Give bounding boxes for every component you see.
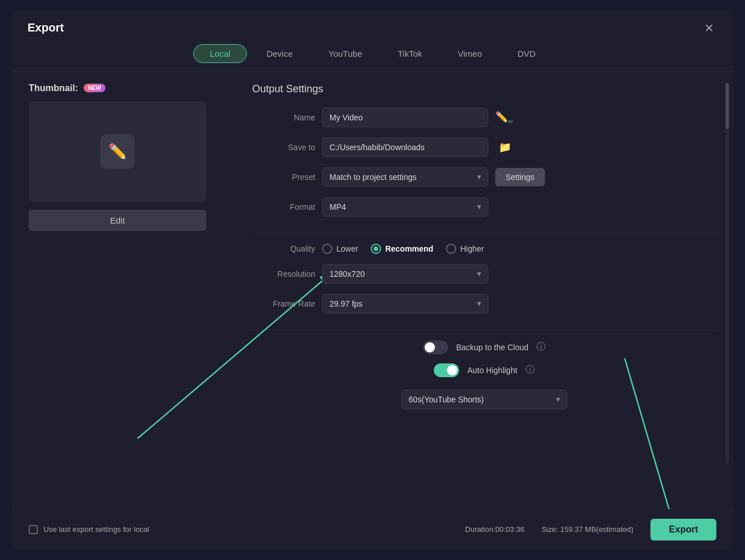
- quality-recommend-radio[interactable]: [371, 244, 381, 254]
- export-dialog: Export ✕ Local Device YouTube TikTok Vim…: [11, 11, 734, 550]
- save-to-label: Save to: [252, 143, 315, 152]
- tab-tiktok[interactable]: TikTok: [382, 44, 438, 63]
- auto-highlight-toggle[interactable]: [434, 363, 459, 377]
- footer-left: Use last export settings for local: [29, 525, 149, 534]
- quality-recommend-option[interactable]: Recommend: [371, 244, 433, 254]
- preset-select-wrapper: Match to project settings ▼: [322, 167, 488, 187]
- name-row: Name ✏️AI: [252, 108, 716, 127]
- output-settings-title: Output Settings: [252, 83, 716, 95]
- format-select[interactable]: MP4: [322, 197, 488, 217]
- resolution-label: Resolution: [252, 269, 315, 279]
- frame-rate-select[interactable]: 29.97 fps: [322, 294, 488, 314]
- format-select-wrapper: MP4 ▼: [322, 197, 488, 217]
- title-bar: Export ✕: [11, 11, 734, 41]
- backup-row: Backup to the Cloud ⓘ: [252, 340, 716, 354]
- tab-bar: Local Device YouTube TikTok Vimeo DVD: [11, 41, 734, 72]
- resolution-select-wrapper: 1280x720 ▼: [322, 264, 488, 284]
- shorts-row: 60s(YouTube Shorts) ▼: [252, 390, 716, 409]
- frame-rate-select-wrapper: 29.97 fps ▼: [322, 294, 488, 314]
- left-panel: Thumbnail: NEW ✏️ Edit: [29, 83, 235, 498]
- shorts-select-wrapper: 60s(YouTube Shorts) ▼: [401, 390, 567, 409]
- quality-higher-radio[interactable]: [446, 244, 456, 254]
- backup-toggle[interactable]: [423, 340, 448, 354]
- close-button[interactable]: ✕: [701, 21, 717, 35]
- shorts-select[interactable]: 60s(YouTube Shorts): [401, 390, 567, 409]
- main-content: Thumbnail: NEW ✏️ Edit Output Settings N…: [11, 72, 734, 509]
- save-to-row: Save to C:/Users/habib/Downloads 📁: [252, 138, 716, 157]
- new-badge: NEW: [84, 84, 105, 92]
- auto-highlight-help-icon[interactable]: ⓘ: [526, 364, 535, 376]
- thumbnail-preview: ✏️: [29, 101, 206, 202]
- quality-options: Lower Recommend Higher: [322, 244, 484, 254]
- backup-toggle-knob: [425, 342, 435, 353]
- divider-1: [252, 233, 716, 233]
- format-label: Format: [252, 202, 315, 212]
- scrollbar[interactable]: [726, 83, 729, 463]
- duration-info: Duration:00:03:36: [465, 525, 524, 534]
- save-to-input[interactable]: C:/Users/habib/Downloads: [322, 138, 488, 157]
- quality-row: Quality Lower Recommend Higher: [252, 244, 716, 254]
- preset-row: Preset Match to project settings ▼ Setti…: [252, 167, 716, 187]
- frame-rate-row: Frame Rate 29.97 fps ▼: [252, 294, 716, 314]
- dialog-title: Export: [28, 21, 64, 34]
- quality-lower-radio[interactable]: [322, 244, 332, 254]
- format-row: Format MP4 ▼: [252, 197, 716, 217]
- name-input[interactable]: [322, 108, 488, 127]
- frame-rate-label: Frame Rate: [252, 299, 315, 308]
- quality-recommend-label: Recommend: [385, 244, 433, 253]
- preset-select[interactable]: Match to project settings: [322, 167, 488, 187]
- size-info: Size: 159.37 MB(estimated): [542, 525, 633, 534]
- thumbnail-icon: ✏️: [100, 134, 135, 169]
- tab-youtube[interactable]: YouTube: [312, 44, 378, 63]
- resolution-row: Resolution 1280x720 ▼: [252, 264, 716, 284]
- auto-highlight-label: Auto Highlight: [467, 366, 517, 375]
- tab-dvd[interactable]: DVD: [501, 44, 552, 63]
- auto-highlight-toggle-knob: [447, 365, 457, 375]
- last-settings-label: Use last export settings for local: [44, 525, 149, 534]
- edit-button[interactable]: Edit: [29, 210, 206, 231]
- quality-higher-label: Higher: [460, 244, 484, 253]
- auto-highlight-row: Auto Highlight ⓘ: [252, 363, 716, 377]
- export-button[interactable]: Export: [650, 519, 716, 541]
- footer: Use last export settings for local Durat…: [11, 509, 734, 550]
- scrollbar-thumb: [726, 83, 729, 129]
- quality-lower-label: Lower: [336, 244, 358, 253]
- divider-2: [252, 330, 716, 330]
- ai-icon[interactable]: ✏️AI: [495, 111, 513, 124]
- last-settings-checkbox[interactable]: [29, 525, 38, 534]
- quality-label: Quality: [252, 244, 315, 253]
- name-label: Name: [252, 113, 315, 122]
- quality-higher-option[interactable]: Higher: [446, 244, 484, 254]
- resolution-select[interactable]: 1280x720: [322, 264, 488, 284]
- footer-right: Duration:00:03:36 Size: 159.37 MB(estima…: [465, 519, 716, 541]
- tab-device[interactable]: Device: [250, 44, 309, 63]
- thumbnail-section-label: Thumbnail: NEW: [29, 83, 105, 93]
- folder-button[interactable]: 📁: [499, 141, 511, 154]
- settings-button[interactable]: Settings: [495, 168, 545, 186]
- backup-label: Backup to the Cloud: [456, 343, 528, 352]
- tab-local[interactable]: Local: [193, 44, 247, 63]
- backup-help-icon[interactable]: ⓘ: [536, 341, 546, 353]
- preset-label: Preset: [252, 173, 315, 182]
- quality-lower-option[interactable]: Lower: [322, 244, 358, 254]
- tab-vimeo[interactable]: Vimeo: [442, 44, 498, 63]
- right-panel: Output Settings Name ✏️AI Save to C:/Use…: [252, 83, 716, 498]
